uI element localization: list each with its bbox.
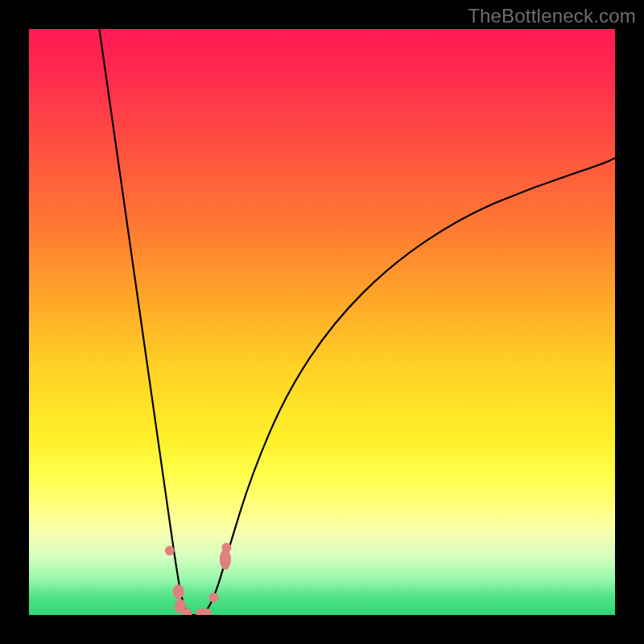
trough-marker bbox=[173, 584, 184, 599]
trough-marker bbox=[221, 543, 231, 552]
chart-frame: TheBottleneck.com bbox=[0, 0, 644, 644]
curve-right-branch bbox=[193, 158, 615, 615]
plot-area bbox=[29, 29, 615, 615]
trough-marker bbox=[208, 592, 218, 602]
attribution-text: TheBottleneck.com bbox=[468, 5, 636, 27]
plot-svg bbox=[29, 29, 615, 615]
curve-left-branch bbox=[99, 29, 192, 615]
trough-marker bbox=[165, 546, 175, 555]
